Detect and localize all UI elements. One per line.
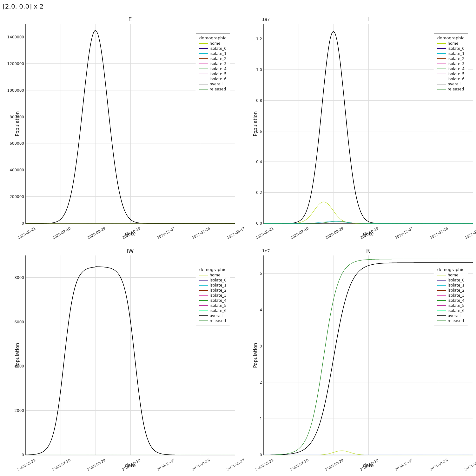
y-tick-E-1: 200000 xyxy=(10,195,24,199)
y-tick-R-2: 2 xyxy=(260,380,262,385)
legend-item-E-5: isolate_4 xyxy=(199,67,227,71)
y-tick-R-3: 3 xyxy=(260,344,262,348)
legend-label-E-9: released xyxy=(210,87,226,91)
legend-line-IW-3 xyxy=(199,290,208,291)
legend-item-IW-6: isolate_5 xyxy=(199,303,227,308)
legend-line-R-1 xyxy=(437,280,446,281)
y-tick-R-1: 1 xyxy=(260,417,262,421)
chart-IW: IWPopulationdate020004000600080002020-05… xyxy=(0,244,238,476)
legend-item-I-7: isolate_6 xyxy=(437,77,465,81)
legend-label-IW-4: isolate_3 xyxy=(210,293,227,298)
legend-line-IW-0 xyxy=(199,275,208,275)
legend-item-IW-3: isolate_2 xyxy=(199,288,227,293)
legend-title-I: demographic xyxy=(437,36,465,40)
legend-label-E-4: isolate_3 xyxy=(210,62,227,66)
y-tick-I-6: 1.2 xyxy=(256,37,262,41)
y-tick-I-1: 0.2 xyxy=(256,190,262,195)
chart-I: IPopulationdate1e70.00.20.40.60.81.01.22… xyxy=(238,13,476,244)
legend-item-IW-5: isolate_4 xyxy=(199,298,227,303)
legend-line-R-8 xyxy=(437,315,446,316)
legend-label-R-9: released xyxy=(448,319,464,323)
legend-line-R-5 xyxy=(437,300,446,301)
x-tick-R-2: 2020-08-29 xyxy=(325,458,344,472)
legend-label-E-1: isolate_0 xyxy=(210,46,227,51)
legend-line-I-4 xyxy=(437,63,446,64)
legend-line-R-0 xyxy=(437,275,446,275)
legend-label-R-7: isolate_6 xyxy=(448,308,465,313)
legend-label-IW-3: isolate_2 xyxy=(210,288,227,293)
x-tick-IW-2: 2020-08-29 xyxy=(87,458,106,472)
legend-item-I-4: isolate_3 xyxy=(437,62,465,66)
legend-item-R-3: isolate_2 xyxy=(437,288,465,293)
legend-line-R-9 xyxy=(437,321,446,321)
legend-label-I-2: isolate_1 xyxy=(448,51,465,56)
y-tick-E-3: 600000 xyxy=(10,141,24,146)
legend-label-IW-9: released xyxy=(210,319,226,323)
x-tick-E-3: 2020-10-18 xyxy=(122,226,141,240)
legend-title-R: demographic xyxy=(437,267,465,272)
y-tick-I-0: 0.0 xyxy=(256,221,262,226)
legend-line-R-6 xyxy=(437,305,446,306)
legend-label-E-2: isolate_1 xyxy=(210,51,227,56)
legend-line-E-3 xyxy=(199,58,208,59)
legend-item-E-1: isolate_0 xyxy=(199,46,227,51)
legend-label-R-5: isolate_4 xyxy=(448,298,465,303)
y-tick-I-2: 0.4 xyxy=(256,160,262,164)
legend-label-IW-7: isolate_6 xyxy=(210,308,227,313)
chart-title-R: R xyxy=(263,248,473,254)
x-tick-I-3: 2020-10-18 xyxy=(360,226,379,240)
chart-area-I: Populationdate1e70.00.20.40.60.81.01.220… xyxy=(263,24,473,224)
legend-item-R-6: isolate_5 xyxy=(437,303,465,308)
legend-item-R-7: isolate_6 xyxy=(437,308,465,313)
legend-label-I-1: isolate_0 xyxy=(448,46,465,51)
x-tick-IW-5: 2021-01-26 xyxy=(191,458,211,472)
legend-line-I-5 xyxy=(437,69,446,69)
legend-I: demographichomeisolate_0isolate_1isolate… xyxy=(434,33,468,94)
x-tick-I-4: 2020-12-07 xyxy=(394,226,414,240)
legend-item-IW-2: isolate_1 xyxy=(199,283,227,288)
legend-item-E-8: overall xyxy=(199,82,227,86)
legend-item-IW-8: overall xyxy=(199,314,227,318)
legend-item-R-9: released xyxy=(437,319,465,323)
legend-label-R-1: isolate_0 xyxy=(448,278,465,282)
chart-title-E: E xyxy=(25,16,235,23)
x-tick-R-6: 2021-03-17 xyxy=(464,458,476,472)
legend-item-E-4: isolate_3 xyxy=(199,62,227,66)
legend-line-E-5 xyxy=(199,69,208,69)
legend-line-IW-9 xyxy=(199,321,208,321)
x-tick-E-0: 2020-05-21 xyxy=(17,226,36,240)
legend-item-R-5: isolate_4 xyxy=(437,298,465,303)
legend-label-I-6: isolate_5 xyxy=(448,72,465,76)
chart-area-R: Populationdate1e70123452020-05-212020-07… xyxy=(263,255,473,455)
legend-line-E-8 xyxy=(199,84,208,84)
legend-label-I-9: released xyxy=(448,87,464,91)
legend-E: demographichomeisolate_0isolate_1isolate… xyxy=(196,33,230,94)
legend-label-I-4: isolate_3 xyxy=(448,62,465,66)
x-tick-R-1: 2020-07-10 xyxy=(290,458,309,472)
legend-line-R-4 xyxy=(437,295,446,296)
legend-item-R-4: isolate_3 xyxy=(437,293,465,298)
legend-title-IW: demographic xyxy=(199,267,227,272)
legend-label-E-8: overall xyxy=(210,82,223,86)
legend-label-R-4: isolate_3 xyxy=(448,293,465,298)
legend-label-E-3: isolate_2 xyxy=(210,56,227,61)
y-tick-R-4: 4 xyxy=(260,308,262,312)
legend-label-R-6: isolate_5 xyxy=(448,303,465,308)
legend-label-R-0: home xyxy=(448,273,459,277)
legend-label-IW-6: isolate_5 xyxy=(210,303,227,308)
legend-line-IW-2 xyxy=(199,285,208,286)
legend-line-I-9 xyxy=(437,89,446,89)
legend-item-I-5: isolate_4 xyxy=(437,67,465,71)
legend-line-IW-1 xyxy=(199,280,208,281)
legend-item-E-9: released xyxy=(199,87,227,91)
y-label-R: Population xyxy=(253,343,258,368)
y-tick-I-5: 1.0 xyxy=(256,68,262,72)
y-tick-E-4: 800000 xyxy=(10,115,24,119)
y-tick-E-6: 1200000 xyxy=(7,62,24,66)
legend-label-IW-0: home xyxy=(210,273,221,277)
legend-IW: demographichomeisolate_0isolate_1isolate… xyxy=(196,265,230,326)
legend-line-I-1 xyxy=(437,48,446,49)
legend-label-I-0: home xyxy=(448,41,459,46)
legend-label-I-3: isolate_2 xyxy=(448,56,465,61)
legend-label-E-7: isolate_6 xyxy=(210,77,227,81)
